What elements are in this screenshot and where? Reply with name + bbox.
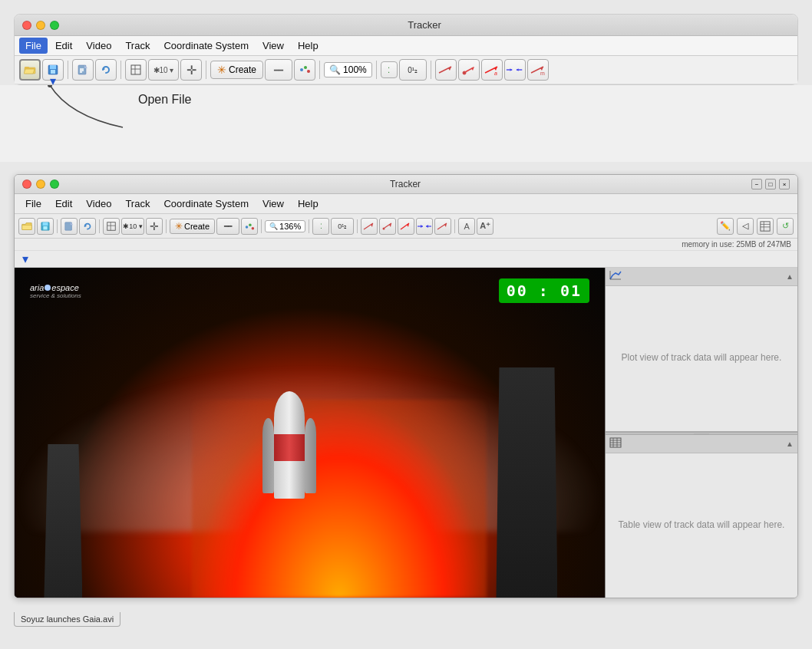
bottom-menu-video[interactable]: Video: [80, 196, 117, 212]
bottom-menu-file[interactable]: File: [19, 196, 48, 212]
bottom-close-button[interactable]: [22, 180, 31, 189]
toolbar-dropdown-bottom[interactable]: ▾: [19, 251, 31, 267]
bottom-dots-tool[interactable]: [241, 218, 258, 235]
menu-file[interactable]: File: [19, 38, 48, 54]
bottom-menu-edit[interactable]: Edit: [49, 196, 78, 212]
maximize-button[interactable]: [50, 21, 59, 30]
traffic-lights: [22, 21, 59, 30]
coord-dots-button[interactable]: ⁚: [381, 61, 398, 78]
top-menubar: File Edit Video Track Coordinate System …: [15, 36, 797, 56]
bottom-text-tool[interactable]: A: [458, 218, 475, 235]
arrow-small-4: [417, 222, 432, 231]
small-sep1: [57, 219, 58, 233]
open-file-button[interactable]: [19, 59, 41, 81]
bottom-import[interactable]: [61, 218, 78, 235]
line-button[interactable]: ━━: [265, 59, 292, 81]
bottom-coord-dot[interactable]: ⁚: [312, 218, 329, 235]
bottom-refresh[interactable]: [79, 218, 96, 235]
dots-button[interactable]: [294, 59, 315, 81]
plot-icon: [609, 270, 622, 283]
bottom-create[interactable]: ✳ Create: [170, 219, 215, 234]
svg-marker-30: [517, 68, 519, 71]
small-sep7: [454, 219, 455, 233]
menu-help[interactable]: Help: [292, 38, 325, 54]
svg-point-16: [300, 68, 303, 71]
window-control-buttons: − □ ×: [751, 179, 790, 189]
bottom-grid[interactable]: [103, 218, 120, 235]
bottom-coord-num[interactable]: 0¹₂: [331, 218, 354, 235]
arrow-tool-4[interactable]: [504, 59, 526, 81]
arrow-tool-1[interactable]: [435, 59, 457, 81]
bottom-menu-view[interactable]: View: [256, 196, 290, 212]
window-minimize-btn[interactable]: −: [751, 179, 762, 189]
video-timer: 00 : 01: [499, 278, 589, 303]
back-button[interactable]: ◁: [737, 218, 754, 235]
video-panel[interactable]: ariaespace service & solutions 00 : 01 0…: [15, 268, 606, 598]
bottom-text-bold[interactable]: A⁺: [477, 218, 493, 235]
arrow-tool-3[interactable]: a: [481, 59, 503, 81]
refresh-icon: [100, 64, 112, 76]
grid-button[interactable]: [125, 59, 147, 81]
top-titlebar: Tracker: [15, 15, 797, 36]
bottom-line-tool[interactable]: ━━: [216, 218, 239, 235]
crosshair-button[interactable]: ✛: [180, 59, 202, 81]
edit-pencil[interactable]: ✏️: [717, 218, 734, 235]
menu-video[interactable]: Video: [80, 38, 117, 54]
status-tab[interactable]: Soyuz launches Gaia.avi: [14, 612, 120, 627]
bottom-save[interactable]: [37, 218, 54, 235]
bottom-open-file[interactable]: [18, 218, 35, 235]
bottom-menu-coordinate[interactable]: Coordinate System: [157, 196, 255, 212]
zoom-control[interactable]: 🔍 100%: [324, 62, 372, 77]
bottom-menu-track[interactable]: Track: [119, 196, 156, 212]
small-sep6: [357, 219, 358, 233]
svg-point-18: [307, 70, 310, 73]
small-sep3: [166, 219, 167, 233]
arrow-tool-2[interactable]: [458, 59, 480, 81]
coord-number-button[interactable]: 0¹₂: [399, 59, 427, 81]
arrow-tool-5[interactable]: m: [527, 59, 549, 81]
create-button[interactable]: ✳ Create: [210, 61, 263, 79]
refresh-data[interactable]: ↺: [777, 218, 794, 235]
bottom-menu-help[interactable]: Help: [292, 196, 325, 212]
bottom-arrow-2[interactable]: [379, 218, 396, 235]
menu-view[interactable]: View: [256, 38, 290, 54]
svg-rect-62: [761, 221, 770, 230]
open-file-callout-label: Open File: [138, 93, 191, 107]
bottom-crosshair[interactable]: ✛: [146, 218, 163, 235]
right-panel: ▲ Plot view of track data will appear he…: [606, 268, 797, 598]
video-fire-effect: [192, 400, 487, 598]
bottom-arrow-4[interactable]: [416, 218, 433, 235]
dots-icon-small: [244, 221, 255, 232]
small-sep2: [99, 219, 100, 233]
svg-marker-57: [421, 225, 423, 228]
bottom-fps[interactable]: ✱10 ▾: [121, 218, 144, 235]
import-button[interactable]: [72, 59, 94, 81]
bottom-maximize-button[interactable]: [50, 180, 59, 189]
arrow-small-5: [437, 222, 449, 231]
bottom-minimize-button[interactable]: [36, 180, 45, 189]
minimize-button[interactable]: [36, 21, 45, 30]
plot-expand-button[interactable]: ▲: [786, 272, 794, 281]
arrow-icon-3: a: [484, 64, 500, 76]
bottom-traffic-lights: [22, 180, 59, 189]
arrow-small-1: [363, 222, 375, 231]
bottom-arrow-1[interactable]: [361, 218, 378, 235]
bottom-zoom-display[interactable]: 🔍 136%: [265, 220, 305, 232]
table-view[interactable]: [757, 218, 774, 235]
menu-track[interactable]: Track: [119, 38, 156, 54]
bottom-arrow-3[interactable]: [398, 218, 414, 235]
refresh-button[interactable]: [95, 59, 117, 81]
sep1: [68, 61, 68, 79]
close-button[interactable]: [22, 21, 31, 30]
menu-coordinate-system[interactable]: Coordinate System: [157, 38, 255, 54]
table-expand-button[interactable]: ▲: [786, 440, 794, 448]
save-icon-small: [40, 221, 51, 232]
window-close-btn[interactable]: ×: [779, 179, 790, 189]
bottom-arrow-5[interactable]: [434, 218, 451, 235]
window-restore-btn[interactable]: □: [765, 179, 776, 189]
plot-placeholder: Plot view of track data will appear here…: [606, 286, 797, 430]
svg-rect-2: [25, 68, 35, 69]
booster-left: [262, 418, 274, 493]
menu-edit[interactable]: Edit: [49, 38, 78, 54]
fps-button[interactable]: ✱10 ▾: [148, 59, 179, 81]
